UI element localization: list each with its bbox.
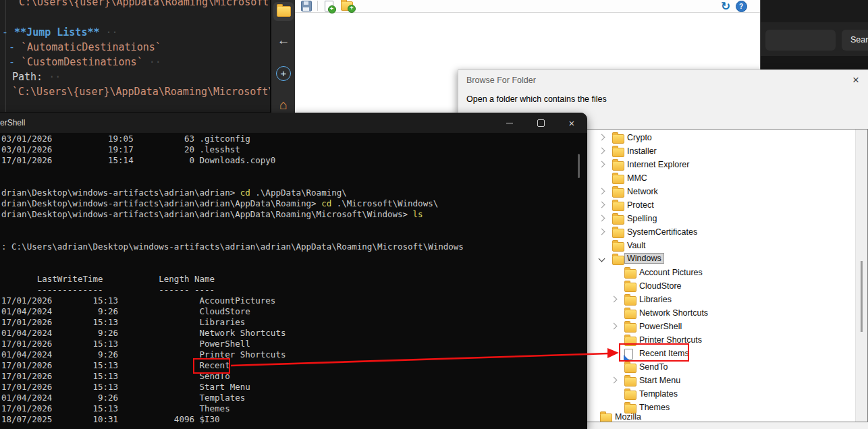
home-icon: ⌂ bbox=[279, 97, 288, 113]
search-window: Search bbox=[760, 0, 868, 69]
search-button[interactable]: Search bbox=[842, 30, 868, 51]
window-title: erShell bbox=[0, 118, 25, 127]
sidebar-folder-button[interactable] bbox=[273, 2, 294, 21]
folder-icon bbox=[612, 175, 624, 184]
markdown-editor-pane[interactable]: C:\Users\{user}\AppData\Roaming\Microsof… bbox=[0, 0, 270, 112]
save-icon bbox=[301, 1, 312, 11]
tree-item-label[interactable]: Account Pictures bbox=[639, 268, 703, 277]
file-manager-sidebar: ← + ⌂ bbox=[270, 0, 296, 113]
chevron-down-icon[interactable] bbox=[599, 256, 605, 262]
folder-icon bbox=[612, 188, 624, 198]
refresh-icon: ↻ bbox=[721, 0, 730, 13]
console-line: 03/01/2026 19:05 63 .gitconfig bbox=[1, 134, 464, 144]
search-window-lower bbox=[760, 56, 868, 69]
tree-item-label[interactable]: Libraries bbox=[639, 295, 672, 304]
console-line: 01/04/2024 9:26 Printer Shortcuts bbox=[1, 349, 464, 360]
minimize-button[interactable] bbox=[494, 113, 525, 133]
powershell-window: erShell × 03/01/2026 19:05 63 .gitconfig… bbox=[0, 113, 587, 429]
folder-icon bbox=[612, 148, 624, 157]
tree-item-label[interactable]: Network Shortcuts bbox=[639, 308, 708, 318]
tree-item-label[interactable]: CloudStore bbox=[639, 281, 682, 291]
tree-item-label[interactable]: Windows bbox=[624, 253, 664, 264]
folder-icon bbox=[624, 296, 636, 306]
screenshot-stage: C:\Users\{user}\AppData\Roaming\Microsof… bbox=[0, 0, 868, 429]
console-line: 17/01/2026 15:13 PowerShell bbox=[1, 339, 464, 349]
console-line: 01/04/2024 9:26 Network Shortcuts bbox=[1, 328, 464, 339]
tree-item-label[interactable]: Templates bbox=[639, 389, 678, 399]
chevron-right-icon[interactable] bbox=[599, 161, 605, 168]
annotation-box-recent bbox=[193, 358, 230, 374]
tree-item-label[interactable]: Mozilla bbox=[615, 412, 641, 422]
close-button[interactable]: × bbox=[556, 113, 587, 133]
tree-item-label[interactable]: PowerShell bbox=[639, 322, 682, 331]
tree-item-label[interactable]: Protect bbox=[627, 200, 654, 210]
powershell-titlebar[interactable]: erShell × bbox=[0, 113, 587, 133]
close-icon[interactable]: × bbox=[848, 73, 863, 88]
console-line: 17/01/2026 15:13 Start Menu bbox=[1, 382, 464, 393]
new-file-button[interactable]: + bbox=[321, 1, 336, 11]
folder-icon bbox=[612, 134, 624, 144]
tree-item-label[interactable]: MMC bbox=[627, 173, 647, 183]
console-line: 17/01/2026 15:13 Libraries bbox=[1, 317, 464, 328]
search-input[interactable] bbox=[765, 30, 836, 51]
file-manager-toolbar: + + ↻ ? bbox=[295, 0, 760, 13]
console-line bbox=[1, 231, 464, 241]
window-controls: × bbox=[494, 113, 587, 133]
chevron-right-icon[interactable] bbox=[599, 188, 605, 195]
annotation-box-recent-items bbox=[619, 343, 689, 362]
maximize-button[interactable] bbox=[525, 113, 556, 133]
tree-item-label[interactable]: Spelling bbox=[627, 214, 657, 223]
folder-icon bbox=[612, 161, 624, 171]
tree-item-label[interactable]: Start Menu bbox=[639, 376, 680, 385]
folder-icon bbox=[624, 391, 636, 400]
console-line bbox=[1, 166, 464, 177]
back-button[interactable]: ← bbox=[273, 31, 294, 50]
chevron-right-icon[interactable] bbox=[599, 229, 605, 235]
editor-line: - **Jump Lists** ·· bbox=[2, 26, 118, 39]
console-line bbox=[1, 177, 464, 188]
save-button[interactable] bbox=[299, 1, 314, 11]
powershell-console[interactable]: 03/01/2026 19:05 63 .gitconfig03/01/2026… bbox=[1, 134, 464, 425]
minimize-icon bbox=[506, 123, 513, 123]
chevron-right-icon[interactable] bbox=[599, 215, 605, 222]
console-line bbox=[1, 252, 464, 263]
new-folder-button[interactable]: + bbox=[340, 1, 354, 11]
maximize-icon bbox=[537, 119, 545, 127]
tree-item-label[interactable]: SystemCertificates bbox=[627, 227, 697, 237]
console-line: 17/01/2026 15:13 AccountPictures bbox=[1, 295, 464, 306]
chevron-right-icon[interactable] bbox=[599, 148, 605, 154]
console-line: 17/01/2026 15:13 Themes bbox=[1, 403, 464, 414]
back-arrow-icon: ← bbox=[277, 33, 290, 48]
chevron-right-icon[interactable] bbox=[611, 323, 618, 330]
tree-item-label[interactable]: Installer bbox=[627, 146, 657, 156]
console-line: drian\Desktop\windows-artifacts\adrian\a… bbox=[1, 209, 464, 220]
console-line: 01/04/2024 9:26 Templates bbox=[1, 393, 464, 403]
tree-scrollbar-thumb[interactable] bbox=[861, 261, 863, 332]
folder-icon bbox=[612, 202, 624, 211]
console-line: LastWriteTime Length Name bbox=[1, 274, 464, 285]
home-button[interactable]: ⌂ bbox=[273, 95, 294, 114]
tree-item-label[interactable]: Vault bbox=[627, 241, 646, 250]
tree-item-label[interactable]: Internet Explorer bbox=[627, 160, 689, 169]
tree-scrollbar-track[interactable] bbox=[855, 130, 867, 422]
chevron-right-icon[interactable] bbox=[611, 377, 618, 384]
console-line: : C:\Users\adrian\Desktop\windows-artifa… bbox=[1, 241, 464, 252]
chevron-right-icon[interactable] bbox=[599, 134, 605, 141]
folder-icon bbox=[624, 323, 636, 333]
folder-icon bbox=[624, 269, 636, 279]
add-button[interactable]: + bbox=[273, 64, 294, 83]
dialog-prompt-text: Open a folder which contains the files bbox=[466, 94, 607, 104]
tree-item-label[interactable]: Crypto bbox=[627, 133, 652, 142]
help-button[interactable]: ? bbox=[734, 1, 749, 11]
editor-line: - `CustomDestinations` ·· bbox=[9, 55, 161, 69]
refresh-button[interactable]: ↻ bbox=[718, 1, 733, 11]
console-line: drian\Desktop\windows-artifacts\adrian\a… bbox=[1, 188, 464, 198]
console-line bbox=[1, 220, 464, 231]
console-line: ------------- ------ ---- bbox=[1, 285, 464, 295]
tree-item-label[interactable]: SendTo bbox=[639, 362, 668, 372]
chevron-right-icon[interactable] bbox=[611, 296, 618, 303]
terminal-scrollbar-thumb[interactable] bbox=[578, 154, 580, 178]
help-icon: ? bbox=[736, 1, 747, 12]
tree-item-label[interactable]: Network bbox=[627, 187, 658, 196]
chevron-right-icon[interactable] bbox=[599, 202, 605, 208]
